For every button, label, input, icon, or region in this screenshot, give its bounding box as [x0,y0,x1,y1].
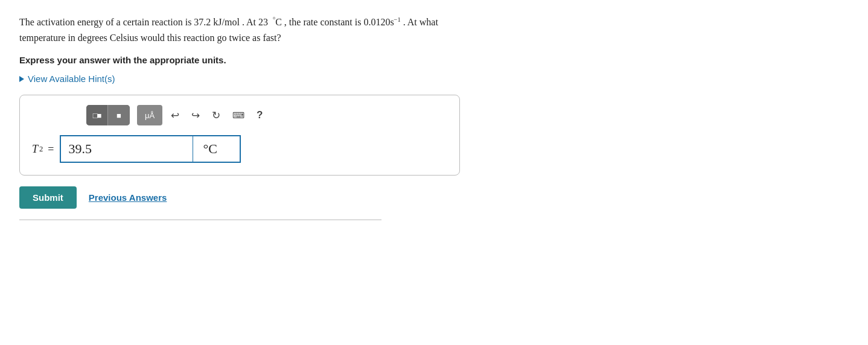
variable-T: T [32,143,38,156]
hint-arrow-icon [19,76,24,82]
symbol2-icon: ■ [116,111,121,120]
answer-input[interactable]: 39.5 [60,135,193,163]
refresh-button[interactable]: ↻ [208,107,224,124]
bottom-partial-divider [19,220,381,226]
question-text: The activation energy of a certain react… [19,14,490,45]
submit-button[interactable]: Submit [19,186,77,209]
symbols-button[interactable]: □■ [86,105,108,125]
units-button[interactable]: μÅ [137,105,162,125]
equals-sign: = [48,143,54,156]
answer-instruction: Express your answer with the appropriate… [19,55,849,65]
answer-unit: °C [193,135,241,163]
symbol2-button[interactable]: ■ [108,105,130,125]
hint-link-label: View Available Hint(s) [28,74,115,84]
keyboard-icon: ⌨ [232,110,244,120]
subscript-2: 2 [39,145,43,154]
redo-icon: ↪ [191,109,200,122]
symbol-btn-group: □■ ■ [86,105,130,125]
question-line1: The activation energy of a certain react… [19,17,438,27]
redo-button[interactable]: ↪ [188,107,203,124]
answer-row: T2 = 39.5 °C [32,135,447,163]
units-icon: μÅ [145,111,155,120]
undo-button[interactable]: ↩ [167,107,183,124]
hint-link[interactable]: View Available Hint(s) [19,74,849,84]
undo-icon: ↩ [171,109,179,122]
unit-degree-symbol: °C [203,141,217,157]
refresh-icon: ↻ [212,109,220,122]
help-button[interactable]: ? [253,107,266,124]
question-line2: temperature in degrees Celsius would thi… [19,33,281,43]
toolbar: □■ ■ μÅ ↩ ↪ ↻ ⌨ ? [32,105,447,125]
help-icon: ? [257,109,263,121]
bottom-bar: Submit Previous Answers [19,186,849,209]
answer-container: □■ ■ μÅ ↩ ↪ ↻ ⌨ ? T2 = 39.5 [19,95,460,176]
previous-answers-link[interactable]: Previous Answers [89,192,167,203]
answer-label: T2 = [32,143,54,156]
keyboard-button[interactable]: ⌨ [229,108,248,122]
symbols-icon: □■ [93,111,101,120]
